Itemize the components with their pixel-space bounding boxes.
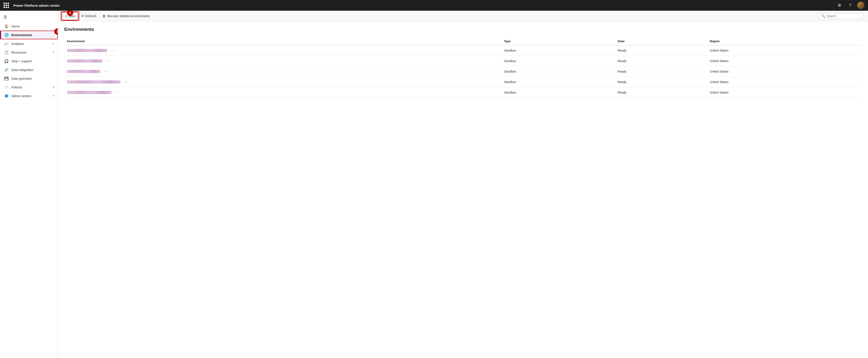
table-row[interactable]: ··· SandboxReadyUnited States bbox=[64, 45, 862, 56]
annotation-badge-3: 3 bbox=[54, 28, 58, 35]
env-region: United States bbox=[707, 87, 862, 98]
table-header: Environment Type State Region bbox=[64, 37, 862, 45]
env-type: Sandbox bbox=[501, 45, 615, 56]
table-row[interactable]: ··· SandboxReadyUnited States bbox=[64, 87, 862, 98]
sidebar-item-environments[interactable]: 🌐 Environments 3 bbox=[0, 31, 58, 39]
recover-button[interactable]: 🗑 Recover deleted environments bbox=[100, 13, 152, 19]
env-name-blurred bbox=[67, 91, 112, 94]
search-input[interactable] bbox=[827, 14, 860, 18]
sidebar-item-label: Data (preview) bbox=[11, 77, 54, 81]
sidebar-item-label: Home bbox=[11, 25, 54, 28]
recover-button-label: Recover deleted environments bbox=[107, 14, 150, 18]
chevron-down-icon: ▾ bbox=[53, 94, 54, 97]
search-icon: 🔍 bbox=[822, 14, 825, 18]
env-region: United States bbox=[707, 66, 862, 77]
env-type: Sandbox bbox=[501, 77, 615, 87]
waffle-icon[interactable] bbox=[4, 3, 9, 8]
refresh-button[interactable]: ↺ Refresh bbox=[79, 12, 99, 20]
chevron-down-icon: ▾ bbox=[53, 51, 54, 54]
env-region: United States bbox=[707, 56, 862, 66]
env-name-blurred bbox=[67, 81, 121, 84]
chevron-down-icon: ▾ bbox=[53, 42, 54, 45]
content-area: + New 4 ↺ Refresh 🗑 Recover deleted envi… bbox=[58, 11, 868, 358]
env-type: Sandbox bbox=[501, 87, 615, 98]
sidebar-item-label: Analytics bbox=[11, 42, 50, 46]
table-body: ··· SandboxReadyUnited States ··· Sandbo… bbox=[64, 45, 862, 98]
sidebar-item-admin-centers[interactable]: 🔷 Admin centers ▾ bbox=[0, 92, 58, 100]
analytics-icon: 📈 bbox=[4, 41, 9, 46]
sidebar-item-analytics[interactable]: 📈 Analytics ▾ bbox=[0, 39, 58, 48]
sidebar-hamburger[interactable]: ☰ bbox=[0, 12, 58, 22]
sidebar-item-label: Environments bbox=[11, 33, 54, 37]
env-name-blurred bbox=[67, 59, 103, 63]
env-region: United States bbox=[707, 45, 862, 56]
refresh-icon: ↺ bbox=[81, 14, 84, 18]
col-type: Type bbox=[501, 37, 615, 45]
env-state: Ready bbox=[615, 77, 707, 87]
home-icon: 🏠 bbox=[4, 24, 9, 28]
main-layout: ☰ 🏠 Home 🌐 Environments 3 📈 Analytics ▾ … bbox=[0, 11, 868, 358]
table-row[interactable]: ··· SandboxReadyUnited States bbox=[64, 77, 862, 87]
sidebar-item-home[interactable]: 🏠 Home bbox=[0, 22, 58, 31]
env-name-blurred bbox=[67, 70, 100, 73]
sidebar-item-label: Help + support bbox=[11, 59, 54, 63]
sidebar-item-label: Data integration bbox=[11, 68, 54, 72]
new-button-wrapper: + New 4 bbox=[63, 13, 78, 20]
data-preview-icon: 💾 bbox=[4, 77, 9, 81]
more-options-button[interactable]: ··· bbox=[103, 69, 110, 74]
environments-icon: 🌐 bbox=[4, 33, 9, 37]
env-type: Sandbox bbox=[501, 66, 615, 77]
sidebar-item-label: Resources bbox=[11, 51, 50, 54]
env-state: Ready bbox=[615, 56, 707, 66]
more-options-button[interactable]: ··· bbox=[114, 90, 121, 95]
sidebar-item-policies[interactable]: 📄 Policies ▾ bbox=[0, 83, 58, 92]
data-integration-icon: 🔗 bbox=[4, 68, 9, 72]
sidebar-item-label: Policies bbox=[11, 86, 50, 89]
env-state: Ready bbox=[615, 87, 707, 98]
more-options-button[interactable]: ··· bbox=[123, 80, 130, 84]
col-environment: Environment bbox=[64, 37, 501, 45]
resources-icon: 📋 bbox=[4, 50, 9, 55]
env-name-cell: ··· bbox=[64, 77, 501, 87]
environments-table: Environment Type State Region ··· Sandbo… bbox=[64, 37, 862, 98]
table-row[interactable]: ··· SandboxReadyUnited States bbox=[64, 56, 862, 66]
more-options-button[interactable]: ··· bbox=[105, 59, 112, 63]
sidebar-item-data-preview[interactable]: 💾 Data (preview) bbox=[0, 74, 58, 83]
admin-centers-icon: 🔷 bbox=[4, 94, 9, 98]
topbar-icons: ⚙ ? bbox=[836, 2, 864, 9]
page-title: Environments bbox=[64, 27, 862, 32]
topbar: Power Platform admin center ⚙ ? bbox=[0, 0, 868, 11]
env-state: Ready bbox=[615, 45, 707, 56]
settings-icon[interactable]: ⚙ bbox=[836, 2, 843, 9]
env-name-cell: ··· bbox=[64, 87, 501, 98]
sidebar-item-data-integration[interactable]: 🔗 Data integration bbox=[0, 65, 58, 74]
help-icon[interactable]: ? bbox=[846, 2, 854, 9]
env-name-cell: ··· bbox=[64, 56, 501, 66]
sidebar-item-resources[interactable]: 📋 Resources ▾ bbox=[0, 48, 58, 57]
search-box[interactable]: 🔍 bbox=[819, 13, 864, 19]
env-name-cell: ··· bbox=[64, 45, 501, 56]
chevron-down-icon: ▾ bbox=[53, 86, 54, 89]
col-region: Region bbox=[707, 37, 862, 45]
env-region: United States bbox=[707, 77, 862, 87]
table-row[interactable]: ··· SandboxReadyUnited States bbox=[64, 66, 862, 77]
app-title: Power Platform admin center bbox=[13, 4, 833, 7]
page-content: Environments Environment Type State Regi… bbox=[58, 22, 868, 358]
plus-icon: + bbox=[65, 14, 67, 18]
recover-icon: 🗑 bbox=[102, 14, 106, 18]
env-name-cell: ··· bbox=[64, 66, 501, 77]
env-type: Sandbox bbox=[501, 56, 615, 66]
policies-icon: 📄 bbox=[4, 85, 9, 89]
env-name-blurred bbox=[67, 49, 107, 52]
sidebar-item-label: Admin centers bbox=[11, 94, 50, 98]
col-state: State bbox=[615, 37, 707, 45]
toolbar: + New 4 ↺ Refresh 🗑 Recover deleted envi… bbox=[58, 11, 868, 22]
sidebar: ☰ 🏠 Home 🌐 Environments 3 📈 Analytics ▾ … bbox=[0, 11, 58, 358]
sidebar-item-help-support[interactable]: 🎧 Help + support bbox=[0, 57, 58, 65]
help-support-icon: 🎧 bbox=[4, 59, 9, 63]
refresh-button-label: Refresh bbox=[85, 14, 96, 18]
avatar[interactable] bbox=[857, 2, 864, 9]
more-options-button[interactable]: ··· bbox=[110, 48, 116, 53]
env-state: Ready bbox=[615, 66, 707, 77]
